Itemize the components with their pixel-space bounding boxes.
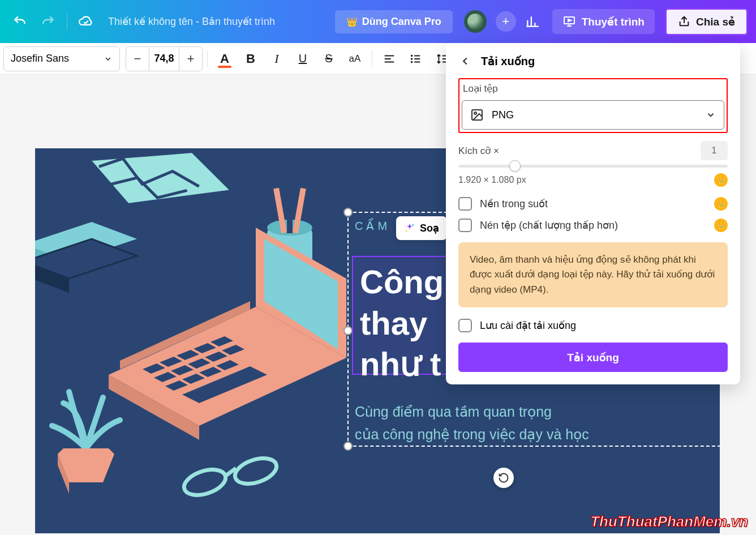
slide-subtitle: Cùng điểm qua tầm quan trọng của công ng… xyxy=(355,400,589,446)
present-button[interactable]: Thuyết trình xyxy=(552,9,655,34)
save-settings-checkbox[interactable] xyxy=(458,319,472,332)
save-settings-row[interactable]: Lưu cài đặt tải xuống xyxy=(458,319,728,332)
size-multiplier[interactable]: 1 xyxy=(701,141,728,160)
image-icon xyxy=(470,108,484,122)
undo-button[interactable] xyxy=(8,10,32,33)
chevron-down-icon xyxy=(104,54,113,63)
size-slider[interactable] xyxy=(458,165,728,168)
strikethrough-button[interactable]: S xyxy=(316,46,341,71)
crown-icon: 👑 xyxy=(714,219,728,232)
selection-handle[interactable] xyxy=(343,208,353,217)
top-header: Thiết kế không tên - Bản thuyết trình 👑 … xyxy=(0,0,756,43)
svg-point-1 xyxy=(411,55,413,56)
font-name: Josefin Sans xyxy=(11,53,69,65)
filetype-value: PNG xyxy=(492,109,514,121)
svg-point-41 xyxy=(474,112,476,114)
size-label: Kích cỡ × xyxy=(458,145,499,157)
crown-icon: 👑 xyxy=(714,197,728,211)
analytics-button[interactable] xyxy=(521,10,544,33)
compress-label: Nén tệp (chất lượng thấp hơn) xyxy=(480,219,618,232)
magic-label: Soạ xyxy=(420,222,439,234)
rotate-handle[interactable] xyxy=(493,468,514,488)
download-title: Tải xuống xyxy=(481,54,535,68)
download-panel: Tải xuống Loại tệp PNG Kích cỡ × 1 1.920… xyxy=(446,43,740,384)
pro-label: Dùng Canva Pro xyxy=(362,16,441,28)
svg-point-39 xyxy=(406,230,407,232)
slider-thumb[interactable] xyxy=(509,160,521,172)
crown-icon: 👑 xyxy=(714,173,728,187)
svg-rect-8 xyxy=(287,185,293,233)
size-row: Kích cỡ × 1 xyxy=(458,141,728,160)
crown-icon: 👑 xyxy=(346,16,358,27)
filetype-label: Loại tệp xyxy=(462,83,724,95)
watermark: ThuThuatPhanMem.vn xyxy=(590,513,748,530)
user-avatar[interactable] xyxy=(464,10,487,33)
divider xyxy=(67,14,67,29)
decrease-size-button[interactable]: − xyxy=(126,47,149,71)
svg-marker-4 xyxy=(83,148,238,219)
increase-size-button[interactable]: + xyxy=(179,47,202,71)
svg-point-37 xyxy=(232,453,280,489)
share-button[interactable]: Chia sẻ xyxy=(665,8,748,36)
svg-point-36 xyxy=(181,465,229,500)
compress-row[interactable]: Nén tệp (chất lượng thấp hơn) 👑 xyxy=(458,219,728,232)
compress-checkbox[interactable] xyxy=(458,219,472,232)
font-family-select[interactable]: Josefin Sans xyxy=(3,46,120,71)
italic-button[interactable]: I xyxy=(264,46,289,71)
transparent-label: Nền trong suốt xyxy=(480,198,548,210)
svg-point-3 xyxy=(411,61,413,62)
dimensions-text: 1.920 × 1.080 px xyxy=(458,175,526,185)
slide-illustration xyxy=(35,148,375,516)
filetype-select[interactable]: PNG xyxy=(462,100,724,130)
svg-point-38 xyxy=(413,224,414,226)
text-case-button[interactable]: aA xyxy=(342,46,367,71)
canva-pro-button[interactable]: 👑 Dùng Canva Pro xyxy=(335,10,453,33)
download-button[interactable]: Tải xuống xyxy=(458,343,728,372)
font-size-group: − + xyxy=(126,46,203,71)
download-header: Tải xuống xyxy=(446,43,740,78)
chevron-down-icon xyxy=(706,110,716,120)
font-size-input[interactable] xyxy=(149,47,179,71)
present-label: Thuyết trình xyxy=(582,15,645,28)
selection-handle[interactable] xyxy=(343,442,353,451)
sparkle-icon xyxy=(404,222,415,234)
selection-handle[interactable] xyxy=(343,326,353,335)
save-settings-label: Lưu cài đặt tải xuống xyxy=(480,319,576,332)
bold-button[interactable]: B xyxy=(238,46,263,71)
transparent-bg-row[interactable]: Nền trong suốt 👑 xyxy=(458,197,728,211)
cloud-sync-icon[interactable] xyxy=(74,10,98,33)
align-button[interactable] xyxy=(377,46,402,71)
dimensions-row: 1.920 × 1.080 px 👑 xyxy=(458,173,728,187)
list-button[interactable] xyxy=(403,46,428,71)
add-member-button[interactable]: + xyxy=(496,11,516,32)
back-button[interactable] xyxy=(457,53,473,69)
redo-button[interactable] xyxy=(36,10,60,33)
svg-point-2 xyxy=(411,58,413,59)
info-message: Video, âm thanh và hiệu ứng động sẽ khôn… xyxy=(458,242,728,307)
transparent-checkbox[interactable] xyxy=(458,197,472,211)
magic-write-button[interactable]: Soạ xyxy=(396,216,447,240)
document-title[interactable]: Thiết kế không tên - Bản thuyết trình xyxy=(108,15,275,28)
filetype-highlight: Loại tệp PNG xyxy=(458,78,728,133)
text-color-button[interactable]: A xyxy=(212,46,237,71)
share-label: Chia sẻ xyxy=(696,15,735,28)
underline-button[interactable]: U xyxy=(290,46,315,71)
